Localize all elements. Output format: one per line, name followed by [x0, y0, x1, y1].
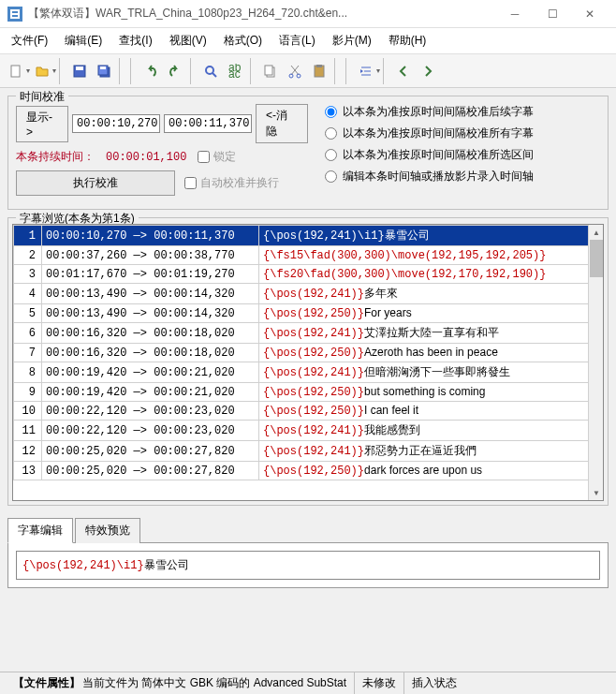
start-time-input[interactable]: 00:00:10,270 — [72, 114, 160, 133]
table-row[interactable]: 400:00:13,490 —> 00:00:14,320{\pos(192,2… — [14, 284, 603, 304]
svg-text:ac: ac — [228, 67, 241, 79]
indent-dropdown[interactable]: ▾ — [376, 66, 380, 75]
scroll-down-icon[interactable]: ▼ — [589, 485, 604, 500]
menu-file[interactable]: 文件(F) — [4, 30, 55, 52]
table-row[interactable]: 300:01:17,670 —> 00:01:19,270{\fs20\fad(… — [14, 265, 603, 284]
menu-movie[interactable]: 影片(M) — [325, 30, 379, 52]
next-icon[interactable] — [417, 58, 439, 84]
svg-rect-2 — [12, 11, 18, 13]
radio-selection[interactable]: 以本条为准按原时间间隔校准所选区间 — [325, 147, 534, 163]
editor-text: 暴雪公司 — [144, 558, 189, 571]
svg-rect-9 — [100, 66, 106, 69]
app-icon — [7, 7, 22, 22]
subtitle-table[interactable]: 100:00:10,270 —> 00:00:11,370{\pos(192,2… — [12, 224, 604, 501]
indent-left-icon[interactable] — [355, 58, 377, 84]
radio-edit[interactable]: 编辑本条时间轴或播放影片录入时间轴 — [325, 169, 534, 185]
exec-calibrate-button[interactable]: 执行校准 — [16, 170, 175, 196]
status-fileprops: 【文件属性】当前文件为 简体中文 GBK 编码的 Advanced SubSta… — [6, 672, 355, 694]
save-all-icon[interactable] — [93, 58, 115, 84]
subtitle-editor-input[interactable]: {\pos(192,241)\i1}暴雪公司 — [16, 551, 600, 580]
radio-following[interactable]: 以本条为准按原时间间隔校准后续字幕 — [325, 104, 534, 120]
minimize-button[interactable]: ─ — [496, 0, 534, 28]
duration-value: 00:00:01,100 — [106, 151, 186, 164]
prev-icon[interactable] — [392, 58, 415, 84]
scroll-up-icon[interactable]: ▲ — [589, 225, 604, 240]
table-row[interactable]: 900:00:19,420 —> 00:00:21,020{\pos(192,2… — [14, 383, 603, 402]
menu-edit[interactable]: 编辑(E) — [57, 30, 110, 52]
tab-preview[interactable]: 特效预览 — [75, 518, 140, 543]
vertical-scrollbar[interactable]: ▲ ▼ — [588, 225, 603, 500]
editor-tag: {\pos(192,241)\i1} — [22, 559, 144, 572]
timecal-legend: 时间校准 — [16, 89, 68, 105]
svg-rect-19 — [316, 65, 322, 67]
table-row[interactable]: 700:00:16,320 —> 00:00:18,020{\pos(192,2… — [14, 344, 603, 362]
svg-rect-15 — [265, 66, 272, 75]
menu-format[interactable]: 格式(O) — [216, 30, 270, 52]
svg-rect-6 — [76, 66, 83, 70]
maximize-button[interactable]: ☐ — [534, 0, 571, 28]
svg-point-10 — [206, 66, 213, 74]
menu-help[interactable]: 帮助(H) — [381, 30, 434, 52]
menu-view[interactable]: 视图(V) — [162, 30, 214, 52]
close-button[interactable]: ✕ — [571, 0, 609, 28]
copy-icon[interactable] — [259, 58, 282, 84]
table-row[interactable]: 200:00:37,260 —> 00:00:38,770{\fs15\fad(… — [14, 246, 603, 265]
window-title: 【繁体双语】WAR_TRLA_China_1080p23_H264_720.ch… — [28, 6, 496, 22]
show-button[interactable]: 显示-> — [16, 106, 68, 142]
table-row[interactable]: 800:00:19,420 —> 00:00:21,020{\pos(192,2… — [14, 362, 603, 383]
search-icon[interactable] — [199, 58, 222, 84]
autocal-label: 自动校准并换行 — [200, 175, 279, 191]
svg-rect-4 — [11, 66, 20, 77]
lock-label: 锁定 — [213, 149, 236, 165]
end-time-input[interactable]: 00:00:11,370 — [164, 114, 252, 133]
replace-icon[interactable]: abac — [224, 58, 246, 84]
cut-icon[interactable] — [284, 58, 306, 84]
hide-button[interactable]: <-消隐 — [256, 104, 308, 143]
scroll-thumb[interactable] — [590, 240, 603, 277]
lock-checkbox[interactable] — [198, 151, 210, 163]
open-file-icon[interactable] — [31, 58, 53, 84]
table-row[interactable]: 100:00:10,270 —> 00:00:11,370{\pos(192,2… — [14, 226, 603, 246]
undo-icon[interactable] — [139, 58, 162, 84]
paste-icon[interactable] — [308, 58, 330, 84]
redo-icon[interactable] — [164, 58, 186, 84]
table-row[interactable]: 1300:00:25,020 —> 00:00:27,820{\pos(192,… — [14, 462, 603, 480]
tab-edit[interactable]: 字幕编辑 — [7, 518, 73, 543]
table-row[interactable]: 1000:00:22,120 —> 00:00:23,020{\pos(192,… — [14, 402, 603, 421]
radio-all[interactable]: 以本条为准按原时间间隔校准所有字幕 — [325, 126, 534, 141]
menu-language[interactable]: 语言(L) — [271, 30, 323, 52]
svg-line-11 — [213, 73, 216, 77]
status-insert: 插入状态 — [404, 672, 464, 694]
open-file-dropdown[interactable]: ▾ — [52, 66, 56, 75]
table-row[interactable]: 1200:00:25,020 —> 00:00:27,820{\pos(192,… — [14, 441, 603, 462]
save-icon[interactable] — [68, 58, 91, 84]
table-row[interactable]: 1100:00:22,120 —> 00:00:23,020{\pos(192,… — [14, 421, 603, 441]
menu-find[interactable]: 查找(I) — [111, 30, 159, 52]
new-file-dropdown[interactable]: ▾ — [26, 66, 30, 75]
svg-rect-3 — [12, 15, 18, 17]
new-file-icon[interactable] — [5, 58, 27, 84]
table-row[interactable]: 600:00:16,320 —> 00:00:18,020{\pos(192,2… — [14, 323, 603, 344]
duration-label: 本条持续时间： — [16, 149, 95, 165]
status-modified: 未修改 — [355, 672, 404, 694]
autocal-checkbox[interactable] — [184, 177, 197, 189]
table-row[interactable]: 500:00:13,490 —> 00:00:14,320{\pos(192,2… — [14, 304, 603, 323]
svg-rect-1 — [10, 9, 20, 19]
